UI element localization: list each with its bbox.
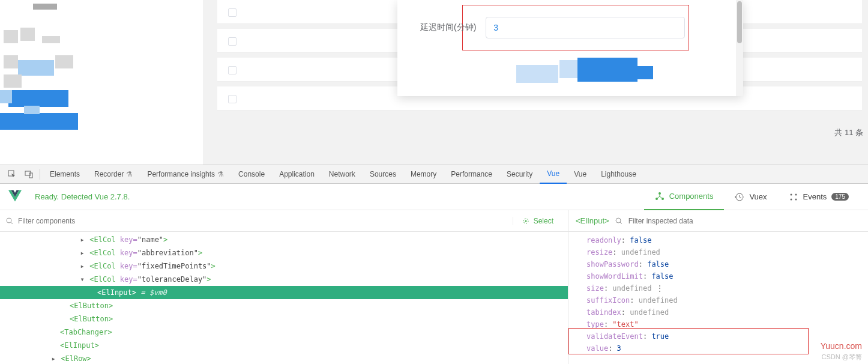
prop-row-suffixIcon[interactable]: suffixIcon: undefined (586, 294, 868, 306)
tab-security[interactable]: Security (499, 165, 540, 184)
vue-status-text: Ready. Detected Vue 2.7.8. (35, 192, 130, 201)
svg-point-8 (795, 193, 797, 195)
filter-components-input[interactable] (18, 217, 508, 225)
modal-scrollbar[interactable] (736, 0, 743, 96)
svg-point-10 (795, 198, 797, 200)
search-icon (6, 217, 13, 225)
modal-dialog: 延迟时间(分钟) (397, 0, 743, 96)
checkbox[interactable] (228, 37, 237, 46)
delay-label: 延迟时间(分钟) (420, 22, 476, 33)
delay-input[interactable] (486, 17, 685, 38)
blur-block (516, 65, 558, 83)
blur-block (577, 58, 637, 82)
tree-node-selected[interactable]: <ElInput> = $vm0 (0, 286, 568, 299)
nav-vuex-label: Vuex (749, 192, 767, 201)
tree-node[interactable]: ▸ <ElCol key="abbreviation"> (0, 246, 568, 259)
search-icon (615, 217, 622, 225)
svg-point-11 (7, 218, 11, 223)
target-icon (522, 217, 530, 225)
svg-point-3 (659, 192, 661, 195)
select-component-button[interactable]: Select (513, 217, 562, 225)
component-tree[interactable]: ▸ <ElCol key="name"> ▸ <ElCol key="abbre… (0, 232, 568, 364)
blur-block (559, 60, 577, 78)
sidebar-blurred (0, 0, 203, 165)
flask-icon: ⚗ (126, 170, 133, 178)
devtools-tabbar: Elements Recorder⚗ Performance insights⚗… (0, 165, 868, 184)
components-icon (655, 192, 665, 201)
svg-line-12 (11, 222, 13, 224)
events-icon (789, 192, 798, 202)
svg-point-15 (616, 218, 621, 223)
prop-row-showWordLimit[interactable]: showWordLimit: false (586, 270, 868, 282)
prop-row-readonly[interactable]: readonly: false (586, 234, 868, 246)
history-icon (735, 192, 744, 202)
inspected-component-tag: <ElInput> (576, 216, 609, 225)
tab-perf-insights[interactable]: Performance insights⚗ (140, 165, 231, 184)
csdn-credit: CSDN @琴箐 (822, 353, 862, 362)
checkbox[interactable] (228, 8, 237, 17)
tab-recorder[interactable]: Recorder⚗ (87, 165, 140, 184)
events-badge: 175 (831, 193, 849, 201)
pagination-total: 共 11 条 (834, 127, 863, 138)
nav-events-label: Events (803, 192, 827, 201)
nav-components-label: Components (669, 192, 714, 201)
tree-node[interactable]: <ElButton> (0, 299, 568, 312)
prop-row-resize[interactable]: resize: undefined (586, 246, 868, 258)
device-icon[interactable] (24, 169, 34, 179)
tree-node[interactable]: <ElButton> (0, 312, 568, 326)
svg-point-9 (790, 198, 792, 200)
tab-elements[interactable]: Elements (43, 165, 87, 184)
filter-row: Select <ElInput> (0, 210, 868, 232)
tab-network[interactable]: Network (322, 165, 363, 184)
nav-components[interactable]: Components (644, 184, 725, 210)
app-top-area: 共 11 条 延迟时间(分钟) (0, 0, 868, 165)
tab-memory[interactable]: Memory (403, 165, 444, 184)
tab-performance[interactable]: Performance (444, 165, 499, 184)
tab-sources[interactable]: Sources (363, 165, 403, 184)
tab-lighthouse[interactable]: Lighthouse (594, 165, 643, 184)
vue-toolbar: Ready. Detected Vue 2.7.8. Components Vu… (0, 184, 868, 210)
inspect-icon[interactable] (7, 169, 17, 179)
delay-field-row: 延迟时间(分钟) (420, 17, 685, 38)
vue-logo-icon (8, 190, 22, 204)
prop-row-showPassword[interactable]: showPassword: false (586, 258, 868, 270)
select-label: Select (534, 217, 553, 225)
tree-node[interactable]: ▸ <ElCol key="name"> (0, 233, 568, 246)
prop-row-tabindex[interactable]: tabindex: undefined (586, 306, 868, 318)
svg-line-16 (620, 222, 622, 224)
tab-application[interactable]: Application (272, 165, 322, 184)
checkbox[interactable] (228, 66, 237, 74)
prop-row-type[interactable]: type: "text" (586, 318, 868, 330)
tree-node[interactable]: <TabChanger> (0, 326, 568, 339)
checkbox[interactable] (228, 95, 237, 103)
svg-point-7 (790, 193, 792, 195)
nav-vuex[interactable]: Vuex (724, 184, 777, 210)
nav-events[interactable]: Events 175 (778, 184, 860, 210)
bottom-panels: ▸ <ElCol key="name"> ▸ <ElCol key="abbre… (0, 232, 868, 364)
watermark: Yuucn.com (821, 341, 862, 351)
tree-node[interactable]: ▸ <ElRow> (0, 352, 568, 364)
prop-row-size[interactable]: size: undefined ⋮ (586, 282, 868, 294)
flask-icon: ⚗ (217, 170, 224, 178)
tree-node[interactable]: <ElInput> (0, 339, 568, 352)
svg-point-14 (525, 220, 526, 222)
tab-console[interactable]: Console (231, 165, 272, 184)
tree-node[interactable]: ▸ <ElCol key="fixedTimePoints"> (0, 259, 568, 273)
tab-vue-2[interactable]: Vue (567, 165, 594, 184)
filter-inspected-input[interactable] (628, 217, 861, 225)
prop-row-validateEvent[interactable]: validateEvent: true (586, 330, 868, 342)
tree-node[interactable]: ▾ <ElCol key="toleranceDelay"> (0, 273, 568, 286)
vue-nav: Components Vuex Events 175 (644, 184, 860, 210)
tab-vue-active[interactable]: Vue (540, 165, 567, 184)
blur-block (635, 66, 653, 79)
